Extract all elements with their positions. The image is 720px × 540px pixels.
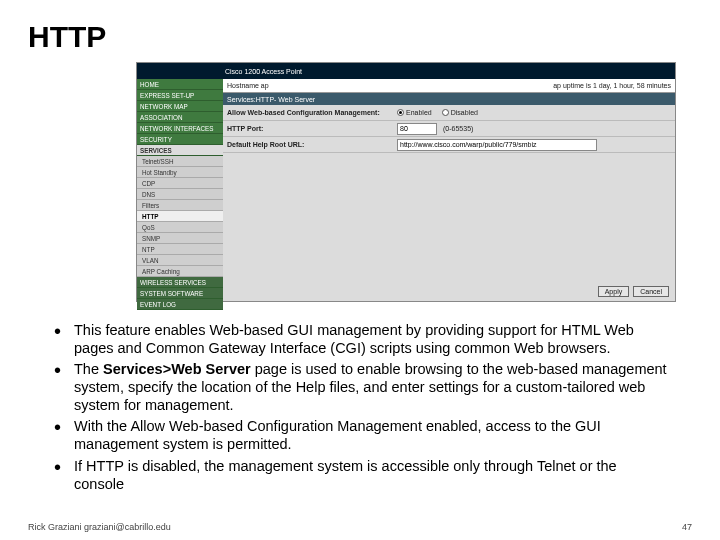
bullet-item: This feature enables Web-based GUI manag…	[50, 322, 670, 357]
sidebar-item-networkmap[interactable]: NETWORK MAP	[137, 101, 223, 112]
bullet-list: This feature enables Web-based GUI manag…	[50, 322, 670, 493]
row-url: Default Help Root URL:	[223, 137, 675, 153]
sidebar-item-association[interactable]: ASSOCIATION	[137, 112, 223, 123]
url-input[interactable]	[397, 139, 597, 151]
hostname-label: Hostname ap	[227, 82, 269, 89]
row-allow: Allow Web-based Configuration Management…	[223, 105, 675, 121]
sidebar: HOME EXPRESS SET-UP NETWORK MAP ASSOCIAT…	[137, 79, 223, 301]
device-label: Cisco 1200 Access Point	[225, 68, 302, 75]
page-number: 47	[682, 522, 692, 532]
sidebar-item-arp[interactable]: ARP Caching	[137, 266, 223, 277]
radio-disabled[interactable]: Disabled	[442, 109, 478, 116]
sidebar-item-security[interactable]: SECURITY	[137, 134, 223, 145]
port-hint: (0-65535)	[443, 125, 473, 132]
breadcrumb: Services:HTTP- Web Server	[223, 93, 675, 105]
page-title: HTTP	[28, 20, 692, 54]
sidebar-item-vlan[interactable]: VLAN	[137, 255, 223, 266]
config-screenshot: Cisco 1200 Access Point Hostname ap ap u…	[136, 62, 676, 302]
port-input[interactable]	[397, 123, 437, 135]
sidebar-item-home[interactable]: HOME	[137, 79, 223, 90]
radio-dot-icon	[397, 109, 404, 116]
apply-button[interactable]: Apply	[598, 286, 630, 297]
port-label: HTTP Port:	[227, 125, 397, 132]
sidebar-item-hotstandby[interactable]: Hot Standby	[137, 167, 223, 178]
sidebar-item-dns[interactable]: DNS	[137, 189, 223, 200]
sidebar-item-wireless[interactable]: WIRELESS SERVICES	[137, 277, 223, 288]
sidebar-item-filters[interactable]: Filters	[137, 200, 223, 211]
button-bar: Apply Cancel	[598, 286, 669, 297]
sidebar-item-software[interactable]: SYSTEM SOFTWARE	[137, 288, 223, 299]
footer: Rick Graziani graziani@cabrillo.edu 47	[28, 522, 692, 532]
hostname-bar: Hostname ap ap uptime is 1 day, 1 hour, …	[223, 79, 675, 93]
row-port: HTTP Port: (0-65535)	[223, 121, 675, 137]
sidebar-item-telnet[interactable]: Telnet/SSH	[137, 156, 223, 167]
bullet-item: The Services>Web Server page is used to …	[50, 361, 670, 414]
allow-label: Allow Web-based Configuration Management…	[227, 109, 397, 116]
sidebar-item-ntp[interactable]: NTP	[137, 244, 223, 255]
cancel-button[interactable]: Cancel	[633, 286, 669, 297]
sidebar-item-express[interactable]: EXPRESS SET-UP	[137, 90, 223, 101]
sidebar-item-interfaces[interactable]: NETWORK INTERFACES	[137, 123, 223, 134]
radio-enabled[interactable]: Enabled	[397, 109, 432, 116]
sidebar-item-services[interactable]: SERVICES	[137, 145, 223, 156]
sidebar-item-qos[interactable]: QoS	[137, 222, 223, 233]
radio-dot-icon	[442, 109, 449, 116]
bullet-item: If HTTP is disabled, the management syst…	[50, 458, 670, 493]
bullet-item: With the Allow Web-based Configuration M…	[50, 418, 670, 453]
url-label: Default Help Root URL:	[227, 141, 397, 148]
sidebar-item-cdp[interactable]: CDP	[137, 178, 223, 189]
config-panel: Allow Web-based Configuration Management…	[223, 105, 675, 281]
device-header: Cisco 1200 Access Point	[137, 63, 675, 79]
footer-author: Rick Graziani graziani@cabrillo.edu	[28, 522, 171, 532]
sidebar-item-http[interactable]: HTTP	[137, 211, 223, 222]
sidebar-item-eventlog[interactable]: EVENT LOG	[137, 299, 223, 310]
sidebar-item-snmp[interactable]: SNMP	[137, 233, 223, 244]
uptime-label: ap uptime is 1 day, 1 hour, 58 minutes	[553, 82, 671, 89]
